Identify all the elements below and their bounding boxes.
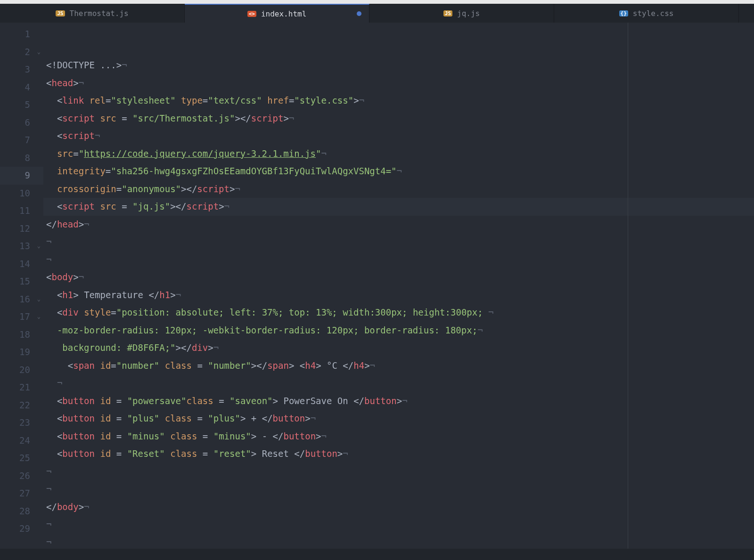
token-p (95, 431, 100, 441)
code-area[interactable]: <!DOCTYPE ...>¬<head>¬ <link rel="styles… (43, 23, 754, 549)
token-p: > (229, 184, 235, 194)
code-line[interactable]: <link rel="stylesheet" type="text/css" h… (43, 92, 754, 110)
code-line[interactable]: <button id = "plus" class = "plus"> + </… (43, 410, 754, 428)
code-line[interactable]: </body>¬ (43, 498, 754, 516)
token-s: "anonymous" (122, 184, 181, 194)
code-line[interactable]: integrity="sha256-hwg4gsxgFZhOsEEamdOYGB… (43, 162, 754, 180)
code-line[interactable]: ¬ (43, 233, 754, 251)
line-number[interactable]: 15 (0, 273, 43, 291)
fold-toggle-icon[interactable]: ⌄ (37, 237, 41, 255)
line-number[interactable]: 16⌄ (0, 291, 43, 308)
token-p: ></ (235, 113, 251, 123)
token-p (159, 360, 164, 371)
line-number[interactable]: 17⌄ (0, 308, 43, 326)
code-line[interactable]: <script src = "jq.js"></script>¬ (43, 198, 754, 216)
token-s: "plus" (208, 413, 240, 423)
token-s: "powersave" (127, 396, 187, 406)
code-line[interactable]: crossorigin="anonymous"></script>¬ (43, 180, 754, 198)
code-line[interactable]: <script src = "src/Thermostat.js"></scri… (43, 110, 754, 128)
tab-index-html[interactable]: <>index.html (185, 4, 369, 23)
code-line[interactable]: <!DOCTYPE ...>¬ (43, 57, 754, 74)
line-number[interactable]: 26 (0, 467, 43, 485)
token-t: script (187, 201, 219, 211)
code-line[interactable]: background: #D8F6FA;"></div>¬ (43, 339, 754, 357)
line-number[interactable]: 10 (0, 185, 43, 203)
line-number[interactable]: 14 (0, 255, 43, 273)
code-line[interactable]: ¬ (43, 516, 754, 534)
token-p (159, 413, 164, 423)
token-p: ></ (176, 342, 192, 353)
code-line[interactable]: ¬ (43, 374, 754, 392)
line-number[interactable]: 4 (0, 79, 43, 97)
line-number[interactable]: 25 (0, 449, 43, 467)
line-number[interactable]: 28 (0, 503, 43, 520)
code-line[interactable]: <button id = "Reset" class = "reset"> Re… (43, 445, 754, 463)
line-number[interactable]: 19 (0, 343, 43, 361)
line-number[interactable]: 21 (0, 379, 43, 397)
line-number[interactable]: 24 (0, 432, 43, 450)
line-number[interactable]: 9 (0, 167, 43, 185)
code-line[interactable]: <head>¬ (43, 74, 754, 92)
token-s: "jq.js" (132, 201, 170, 211)
token-tx: Temperature (79, 290, 149, 300)
token-t: body (51, 272, 73, 282)
token-t: script (62, 113, 95, 123)
line-number[interactable]: 11 (0, 202, 43, 220)
line-number[interactable]: 7 (0, 131, 43, 149)
line-number[interactable]: 23 (0, 414, 43, 432)
token-p: < (46, 272, 51, 282)
line-number[interactable]: 20 (0, 361, 43, 379)
fold-toggle-icon[interactable]: ⌄ (37, 308, 41, 326)
code-line[interactable]: ¬ (43, 463, 754, 481)
token-p: = (116, 184, 122, 194)
line-number[interactable]: 2⌄ (0, 43, 43, 61)
token-tx: PowerSave On (278, 396, 353, 406)
token-p: < (57, 95, 62, 106)
tab-thermostat-js[interactable]: JSThermostat.js (0, 4, 185, 23)
line-number[interactable]: 5 (0, 96, 43, 114)
code-line[interactable]: <button id = "powersave"class = "saveon"… (43, 392, 754, 410)
code-line[interactable]: src="https://code.jquery.com/jquery-3.2.… (43, 145, 754, 163)
token-a: src (100, 201, 116, 211)
token-p: > (316, 431, 321, 441)
code-line[interactable]: <span id="number" class = "number"></spa… (43, 357, 754, 375)
fold-toggle-icon[interactable]: ⌄ (37, 43, 41, 61)
line-number[interactable]: 6 (0, 114, 43, 132)
token-p: < (57, 113, 62, 123)
code-line[interactable]: <body>¬ (43, 268, 754, 286)
code-line[interactable]: <h1> Temperature </h1>¬ (43, 286, 754, 304)
line-number[interactable]: 27 (0, 485, 43, 503)
line-number[interactable]: 18 (0, 326, 43, 344)
token-p: > (273, 396, 278, 406)
line-number[interactable]: 22 (0, 397, 43, 414)
tab-style-css[interactable]: {}style.css (554, 4, 739, 23)
token-t: link (62, 95, 84, 106)
line-number[interactable]: 13⌄ (0, 237, 43, 255)
code-line[interactable]: ¬ (43, 480, 754, 498)
line-number[interactable]: 3 (0, 61, 43, 79)
code-line[interactable]: ¬ (43, 251, 754, 269)
line-number[interactable]: 29 (0, 520, 43, 538)
code-line[interactable]: <script¬ (43, 127, 754, 145)
line-number[interactable]: 12 (0, 220, 43, 238)
token-t: button (62, 431, 95, 441)
token-p: </ (294, 448, 305, 459)
code-line[interactable]: </head>¬ (43, 216, 754, 234)
code-line[interactable]: <button id = "minus" class = "minus"> - … (43, 428, 754, 446)
tab-jq-js[interactable]: JSjq.js (369, 4, 554, 23)
token-iv: ¬ (79, 272, 84, 282)
token-p: < (57, 290, 62, 300)
token-p: </ (46, 502, 57, 512)
token-p: = (116, 201, 132, 211)
fold-toggle-icon[interactable]: ⌄ (37, 291, 41, 308)
token-a: src (57, 148, 73, 159)
token-iv: ¬ (224, 201, 229, 211)
token-a: integrity (57, 166, 106, 176)
token-s: " (316, 148, 321, 159)
code-line[interactable]: -moz-border-radius: 120px; -webkit-borde… (43, 322, 754, 340)
token-p: = (111, 396, 127, 406)
token-t: head (51, 78, 73, 88)
code-line[interactable]: <div style="position: absolute; left: 37… (43, 304, 754, 322)
line-number[interactable]: 1 (0, 25, 43, 43)
line-number[interactable]: 8 (0, 149, 43, 167)
